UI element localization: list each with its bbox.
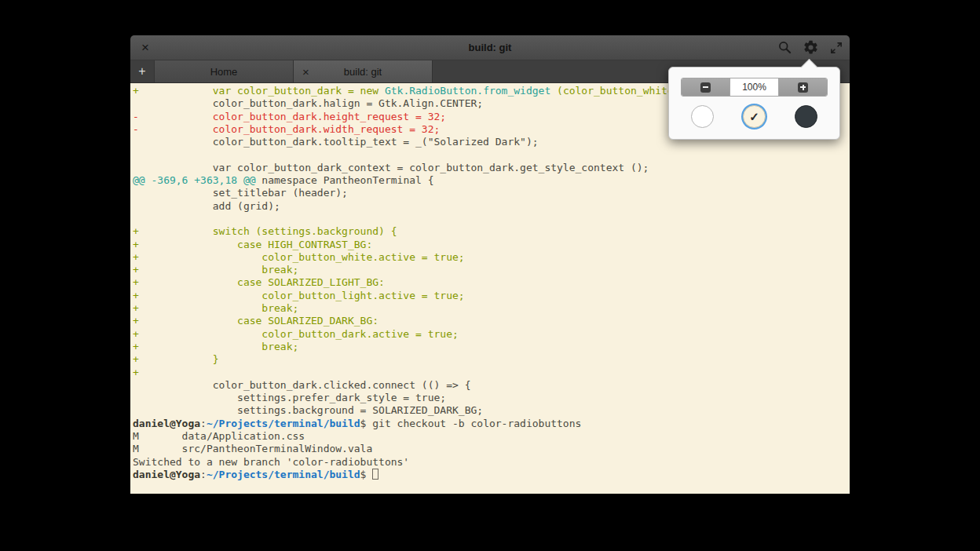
terminal-text-segment: color_button_dark.clicked.connect (() =>… xyxy=(133,379,470,391)
terminal-text-segment: + } xyxy=(133,353,219,365)
terminal-text-segment: set_titlebar (header); xyxy=(133,187,348,199)
terminal-line: + xyxy=(133,367,850,379)
titlebar[interactable]: × build: git xyxy=(130,35,850,60)
tab-home[interactable]: Home xyxy=(155,60,294,82)
terminal-line: + color_button_white.active = true; xyxy=(133,251,850,264)
terminal-text-segment: : xyxy=(200,418,207,429)
terminal-line: + case SOLARIZED_LIGHT_BG: xyxy=(133,276,850,289)
zoom-controls: 100% xyxy=(681,78,828,97)
terminal-text-segment: $ xyxy=(360,469,373,480)
terminal-line xyxy=(133,148,850,161)
tab-label: build: git xyxy=(344,66,382,78)
terminal-text-segment: color_button_dark.halign = Gtk.Align.CEN… xyxy=(133,97,483,109)
theme-light-radio[interactable]: ✓ xyxy=(743,105,766,128)
terminal-line: daniel@Yoga:~/Projects/terminal/build$ xyxy=(133,469,850,481)
terminal-text-segment: - color_button_dark.width_request = 32; xyxy=(133,123,440,135)
terminal-line: + } xyxy=(133,353,850,366)
settings-popover: 100% ✓ xyxy=(668,67,840,140)
terminal-text-segment: - color_button_dark.height_request = 32; xyxy=(133,111,446,122)
tab-build-git[interactable]: × build: git xyxy=(294,60,433,82)
terminal-text-segment: + color_button_white.active = true; xyxy=(133,251,465,263)
window-title: build: git xyxy=(130,35,850,60)
terminal-text-segment: M data/Application.css xyxy=(133,430,305,442)
theme-white-radio[interactable] xyxy=(691,105,714,128)
terminal-text-segment: settings.background = SOLARIZED_DARK_BG; xyxy=(133,404,483,416)
terminal-line: M src/PantheonTerminalWindow.vala xyxy=(133,443,850,455)
terminal-text-segment: + switch (settings.background) { xyxy=(133,225,397,237)
terminal-text-segment: $ git checkout -b color-radiobuttons xyxy=(360,418,582,429)
terminal-text-segment: + break; xyxy=(133,264,298,276)
terminal-line: color_button_dark.clicked.connect (() =>… xyxy=(133,379,850,392)
terminal-text-segment: daniel@Yoga xyxy=(133,469,200,480)
terminal-text-segment: ~/Projects/terminal/build xyxy=(207,418,360,429)
terminal-text-segment: + xyxy=(133,367,139,378)
gear-icon xyxy=(803,39,819,56)
terminal-text-segment: add (grid); xyxy=(133,200,280,212)
terminal-line: add (grid); xyxy=(133,200,850,213)
terminal-line: + switch (settings.background) { xyxy=(133,225,850,238)
minus-icon xyxy=(700,82,711,93)
terminal-text-segment: ~/Projects/terminal/build xyxy=(207,469,360,480)
terminal-text-segment: + case SOLARIZED_LIGHT_BG: xyxy=(133,276,385,288)
terminal-text-segment: + var color_button_dark = new xyxy=(133,85,385,97)
terminal-line: @@ -369,6 +363,18 @@ namespace PantheonT… xyxy=(133,174,850,187)
terminal-text-segment: var color_button_dark_context = color_bu… xyxy=(133,162,649,173)
terminal-text-segment: (color_button_white); xyxy=(550,85,686,97)
terminal-text-segment: settings.prefer_dark_style = true; xyxy=(133,392,446,403)
search-icon xyxy=(777,40,792,55)
zoom-level[interactable]: 100% xyxy=(730,78,779,96)
new-tab-button[interactable]: + xyxy=(130,60,155,82)
terminal-text-segment: + case HIGH_CONTRAST_BG: xyxy=(133,239,372,250)
terminal-text-segment: M src/PantheonTerminalWindow.vala xyxy=(133,443,372,454)
terminal-line: set_titlebar (header); xyxy=(133,187,850,199)
titlebar-actions xyxy=(777,35,843,60)
terminal-output: + var color_button_dark = new Gtk.RadioB… xyxy=(133,85,850,481)
terminal-text-segment: + color_button_light.active = true; xyxy=(133,290,465,301)
plus-icon xyxy=(798,82,808,93)
terminal-line: + color_button_dark.active = true; xyxy=(133,328,850,341)
terminal-view[interactable]: + var color_button_dark = new Gtk.RadioB… xyxy=(130,83,850,494)
terminal-line: settings.background = SOLARIZED_DARK_BG; xyxy=(133,404,850,417)
settings-button[interactable] xyxy=(803,39,819,56)
terminal-text-segment: + case SOLARIZED_DARK_BG: xyxy=(133,315,378,327)
terminal-text-segment: color_button_dark.tooltip_text = _("Sola… xyxy=(133,136,539,148)
terminal-line: settings.prefer_dark_style = true; xyxy=(133,392,850,404)
plus-icon: + xyxy=(138,64,145,78)
terminal-line: + break; xyxy=(133,341,850,353)
terminal-line xyxy=(133,213,850,225)
terminal-text-segment: @@ -369,6 +363,18 @@ xyxy=(133,174,256,186)
terminal-line: daniel@Yoga:~/Projects/terminal/build$ g… xyxy=(133,418,850,430)
terminal-line: M data/Application.css xyxy=(133,430,850,443)
tab-close-button[interactable]: × xyxy=(302,60,309,82)
checkmark-icon: ✓ xyxy=(749,110,759,124)
terminal-text-segment: + break; xyxy=(133,341,298,352)
close-icon: × xyxy=(302,65,309,78)
terminal-text-segment: Gtk.RadioButton.from_widget xyxy=(385,85,550,97)
terminal-line: + break; xyxy=(133,302,850,315)
terminal-text-segment: daniel@Yoga xyxy=(133,418,200,429)
terminal-line: Switched to a new branch 'color-radiobut… xyxy=(133,456,850,469)
terminal-text-segment: namespace PantheonTerminal { xyxy=(256,174,434,186)
zoom-in-button[interactable] xyxy=(779,78,827,96)
terminal-text-segment: + break; xyxy=(133,302,298,314)
terminal-line: var color_button_dark_context = color_bu… xyxy=(133,162,850,174)
theme-dark-radio[interactable] xyxy=(795,105,817,128)
terminal-text-segment: Switched to a new branch 'color-radiobut… xyxy=(133,456,409,468)
tab-label: Home xyxy=(210,66,238,78)
terminal-text-segment: : xyxy=(200,469,207,480)
terminal-line: + break; xyxy=(133,264,850,276)
terminal-line: + case SOLARIZED_DARK_BG: xyxy=(133,315,850,327)
terminal-text-segment: + color_button_dark.active = true; xyxy=(133,328,459,340)
fullscreen-icon xyxy=(829,41,843,55)
fullscreen-button[interactable] xyxy=(829,41,843,55)
search-button[interactable] xyxy=(777,40,792,55)
theme-selector: ✓ xyxy=(669,105,839,128)
terminal-line: + case HIGH_CONTRAST_BG: xyxy=(133,239,850,251)
zoom-out-button[interactable] xyxy=(682,78,730,96)
terminal-cursor xyxy=(372,469,378,480)
terminal-line: + color_button_light.active = true; xyxy=(133,290,850,302)
